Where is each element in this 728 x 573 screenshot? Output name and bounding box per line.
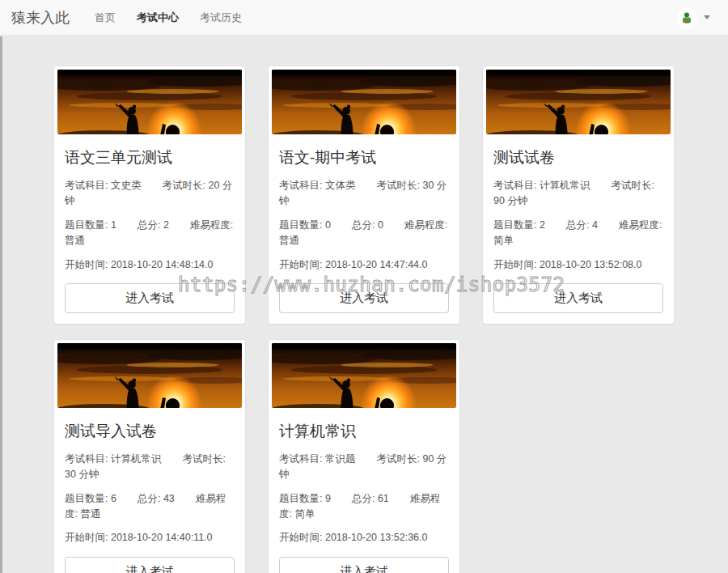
page-left-edge <box>0 36 2 573</box>
enter-exam-button[interactable]: 进入考试 <box>65 557 235 573</box>
exam-title: 计算机常识 <box>279 421 449 442</box>
nav-item-exam-history[interactable]: 考试历史 <box>189 0 252 36</box>
exam-title: 语文-期中考试 <box>279 147 449 168</box>
sunset-cover-image <box>272 70 456 134</box>
exam-card: 语文-期中考试 考试科目: 文体类考试时长: 30 分钟 题目数量: 0总分: … <box>268 66 460 325</box>
nav-item-home[interactable]: 首页 <box>84 0 126 36</box>
enter-exam-button[interactable]: 进入考试 <box>279 557 449 573</box>
enter-exam-button[interactable]: 进入考试 <box>493 283 663 313</box>
exam-subject-duration: 考试科目: 文史类考试时长: 20 分钟 <box>65 178 235 210</box>
sunset-cover-image <box>272 343 456 408</box>
sunset-cover-image <box>486 70 671 134</box>
exam-start-time: 开始时间: 2018-10-20 14:40:11.0 <box>65 530 235 545</box>
exam-count-score-difficulty: 题目数量: 0总分: 0难易程度: 普通 <box>279 218 449 249</box>
exam-start-time: 开始时间: 2018-10-20 14:47:44.0 <box>279 257 449 273</box>
exam-subject-duration: 考试科目: 文体类考试时长: 30 分钟 <box>279 178 449 210</box>
sunset-cover-image <box>57 343 242 408</box>
user-avatar-icon <box>676 7 697 28</box>
exam-subject-duration: 考试科目: 常识题考试时长: 90 分钟 <box>279 452 449 483</box>
exam-title: 语文三单元测试 <box>65 147 235 168</box>
navbar: 猿来入此 首页 考试中心 考试历史 <box>0 0 728 36</box>
exam-start-time: 开始时间: 2018-10-20 13:52:36.0 <box>279 530 449 545</box>
exam-card: 语文三单元测试 考试科目: 文史类考试时长: 20 分钟 题目数量: 1总分: … <box>53 66 246 325</box>
exam-count-score-difficulty: 题目数量: 2总分: 4难易程度: 简单 <box>493 218 663 249</box>
exam-count-score-difficulty: 题目数量: 1总分: 2难易程度: 普通 <box>65 218 235 249</box>
exam-card: 测试试卷 考试科目: 计算机常识考试时长: 90 分钟 题目数量: 2总分: 4… <box>482 66 675 325</box>
enter-exam-button[interactable]: 进入考试 <box>65 283 235 313</box>
exam-card: 测试导入试卷 考试科目: 计算机常识考试时长: 30 分钟 题目数量: 6总分:… <box>53 339 246 573</box>
exam-subject-duration: 考试科目: 计算机常识考试时长: 30 分钟 <box>65 452 235 483</box>
exam-count-score-difficulty: 题目数量: 6总分: 43难易程度: 普通 <box>65 491 235 523</box>
nav-links: 首页 考试中心 考试历史 <box>84 0 252 35</box>
exam-count-score-difficulty: 题目数量: 9总分: 61难易程度: 简单 <box>279 491 449 523</box>
exam-list: 语文三单元测试 考试科目: 文史类考试时长: 20 分钟 题目数量: 1总分: … <box>53 36 675 573</box>
brand-link[interactable]: 猿来入此 <box>11 8 70 28</box>
user-menu[interactable] <box>676 7 717 28</box>
nav-item-exam-center[interactable]: 考试中心 <box>126 0 189 36</box>
enter-exam-button[interactable]: 进入考试 <box>279 283 449 313</box>
exam-subject-duration: 考试科目: 计算机常识考试时长: 90 分钟 <box>493 178 663 210</box>
chevron-down-icon <box>704 15 710 19</box>
exam-start-time: 开始时间: 2018-10-20 14:48:14.0 <box>65 257 235 273</box>
exam-start-time: 开始时间: 2018-10-20 13:52:08.0 <box>493 257 663 273</box>
exam-title: 测试试卷 <box>493 147 663 168</box>
sunset-cover-image <box>57 70 242 134</box>
exam-card: 计算机常识 考试科目: 常识题考试时长: 90 分钟 题目数量: 9总分: 61… <box>268 339 460 573</box>
exam-title: 测试导入试卷 <box>65 421 235 442</box>
